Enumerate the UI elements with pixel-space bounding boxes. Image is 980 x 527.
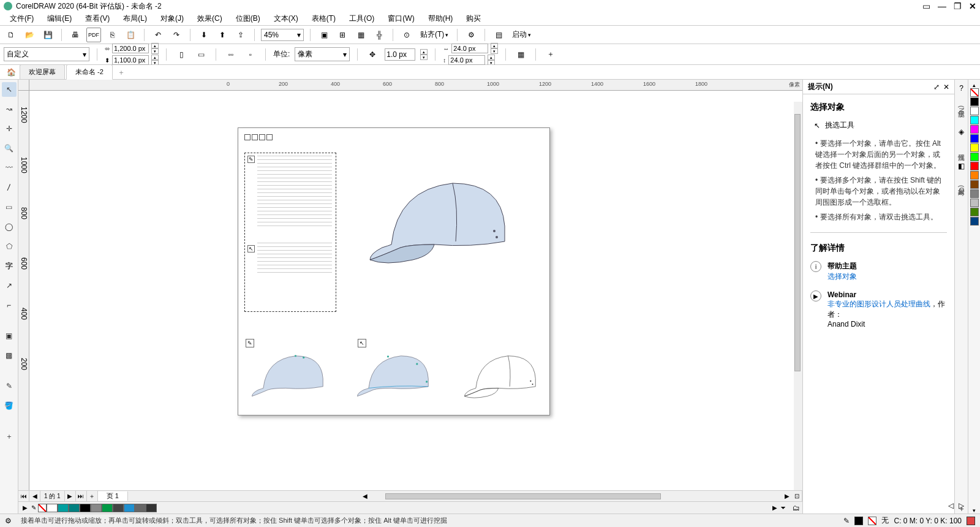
tab-welcome[interactable]: 欢迎屏幕 bbox=[20, 64, 65, 79]
tab-document[interactable]: 未命名 -2 bbox=[66, 64, 113, 80]
page-tab-1[interactable]: 页 1 bbox=[98, 491, 128, 501]
vswatch[interactable] bbox=[970, 208, 979, 216]
page-preset-select[interactable]: 自定义▾ bbox=[4, 47, 89, 61]
color-swatch[interactable] bbox=[146, 504, 157, 512]
copy-icon[interactable]: ⎘ bbox=[105, 28, 119, 42]
objects-docker-icon[interactable]: ◧ bbox=[957, 161, 967, 171]
connector-tool-icon[interactable]: ⌐ bbox=[2, 298, 17, 313]
redo-icon[interactable]: ↷ bbox=[169, 28, 184, 42]
save-icon[interactable]: 💾 bbox=[40, 28, 55, 42]
vswatch[interactable] bbox=[970, 189, 979, 198]
horizontal-ruler[interactable]: 0 200 400 600 800 1000 1200 1400 1600 18… bbox=[18, 80, 802, 91]
page-prev[interactable]: ◀ bbox=[29, 491, 40, 502]
paste-icon[interactable]: 📋 bbox=[123, 28, 138, 42]
width-down[interactable]: ▾ bbox=[151, 48, 159, 54]
color-swatch[interactable] bbox=[47, 504, 58, 512]
close-panel-icon[interactable]: ✕ bbox=[943, 83, 949, 91]
nudge-icon[interactable]: ✥ bbox=[365, 47, 380, 62]
scrollbar-horizontal[interactable]: ◀ ▶ bbox=[361, 492, 791, 501]
artistic-media-icon[interactable]: 〳 bbox=[2, 180, 17, 195]
menu-layout[interactable]: 布局(L) bbox=[117, 12, 153, 25]
page-next[interactable]: ▶ bbox=[65, 491, 76, 502]
duplicate-y-input[interactable] bbox=[448, 55, 485, 65]
canvas-viewport[interactable]: ✎ ↖ ✎ ↖ bbox=[29, 91, 802, 490]
eyedropper-palette-icon[interactable]: ✎ bbox=[29, 504, 38, 511]
options-icon[interactable]: ⚙ bbox=[464, 28, 478, 42]
launch-icon[interactable]: ▤ bbox=[491, 28, 506, 42]
scroll-thumb-h[interactable] bbox=[385, 493, 661, 499]
menu-table[interactable]: 表格(T) bbox=[306, 12, 342, 25]
menu-object[interactable]: 对象(J) bbox=[154, 12, 190, 25]
zoom-tool-icon[interactable]: 🔍 bbox=[2, 141, 17, 156]
status-gear-icon[interactable]: ⚙ bbox=[5, 517, 15, 525]
eyedropper-icon[interactable]: ✎ bbox=[2, 379, 17, 393]
zoom-fit-icon[interactable]: ⊡ bbox=[791, 491, 802, 502]
page-sorter-icon[interactable]: 🗂 bbox=[793, 504, 800, 512]
status-end-swatch[interactable] bbox=[967, 517, 975, 525]
docker-tab-hints[interactable]: 提示(N) bbox=[957, 103, 966, 117]
vswatch[interactable] bbox=[970, 153, 979, 161]
current-page-icon[interactable]: ▫ bbox=[243, 47, 258, 62]
no-color-swatch[interactable] bbox=[38, 504, 47, 512]
outline-color-swatch[interactable] bbox=[854, 517, 863, 525]
menu-effects[interactable]: 效果(C) bbox=[191, 12, 228, 25]
outline-pen-icon[interactable]: ✎ bbox=[843, 517, 850, 525]
page-last[interactable]: ⏭ bbox=[76, 491, 87, 502]
polygon-tool-icon[interactable]: ⬠ bbox=[2, 239, 17, 254]
undo-icon[interactable]: ↶ bbox=[151, 28, 165, 42]
show-guides-icon[interactable]: ╬ bbox=[372, 28, 386, 42]
menu-buy[interactable]: 购买 bbox=[460, 12, 487, 25]
properties-docker-icon[interactable]: ◈ bbox=[957, 127, 967, 137]
width-up[interactable]: ▴ bbox=[151, 43, 159, 48]
vswatch[interactable] bbox=[970, 125, 979, 134]
maximize-button[interactable]: ❐ bbox=[954, 1, 962, 11]
vswatch[interactable] bbox=[970, 134, 979, 143]
publish-icon[interactable]: ⇪ bbox=[233, 28, 248, 42]
vswatch[interactable] bbox=[970, 116, 979, 124]
palette-left-icon[interactable]: ▶ bbox=[21, 504, 29, 511]
fill-none-icon[interactable] bbox=[868, 517, 876, 525]
palette-up-icon[interactable]: ▴ bbox=[973, 82, 976, 88]
parallel-dimension-icon[interactable]: ↗ bbox=[2, 278, 17, 293]
palette-down-icon[interactable]: ▾ bbox=[973, 507, 976, 514]
vertical-ruler[interactable]: 1200 1000 800 600 400 200 bbox=[18, 91, 29, 490]
show-rulers-icon[interactable]: ⊞ bbox=[335, 28, 350, 42]
menu-window[interactable]: 窗口(W) bbox=[382, 12, 420, 25]
show-grid-icon[interactable]: ▦ bbox=[353, 28, 368, 42]
transparency-icon[interactable]: ▩ bbox=[2, 348, 17, 363]
scroll-thumb-v[interactable] bbox=[794, 114, 801, 371]
add-tab-button[interactable]: ＋ bbox=[114, 66, 129, 79]
vswatch[interactable] bbox=[970, 162, 979, 170]
vswatch[interactable] bbox=[970, 180, 979, 189]
menu-file[interactable]: 文件(F) bbox=[4, 12, 40, 25]
color-swatch[interactable] bbox=[124, 504, 135, 512]
menu-edit[interactable]: 编辑(E) bbox=[41, 12, 78, 25]
vswatch[interactable] bbox=[970, 97, 979, 106]
docker-tab-objects[interactable]: 对象 (O) bbox=[957, 181, 966, 197]
snap-dropdown[interactable]: 贴齐(T)▾ bbox=[418, 29, 451, 40]
color-swatch[interactable] bbox=[80, 504, 91, 512]
duplicate-x-input[interactable] bbox=[451, 44, 488, 53]
vswatch[interactable] bbox=[970, 171, 979, 180]
vswatch[interactable] bbox=[970, 217, 979, 226]
add-preset-icon[interactable]: ＋ bbox=[543, 47, 558, 62]
vswatch[interactable] bbox=[970, 199, 979, 207]
nudge-input[interactable] bbox=[385, 48, 415, 61]
add-page[interactable]: ＋ bbox=[87, 491, 98, 502]
palette-menu-icon[interactable]: ⏷ bbox=[779, 504, 788, 511]
webinar-link[interactable]: 非专业的图形设计人员处理曲线 bbox=[827, 300, 930, 308]
fullscreen-icon[interactable]: ▣ bbox=[317, 28, 331, 42]
height-up[interactable]: ▴ bbox=[151, 55, 159, 60]
menu-view[interactable]: 查看(V) bbox=[79, 12, 116, 25]
hint-prev-icon[interactable]: ◁ bbox=[948, 501, 954, 510]
rectangle-tool-icon[interactable]: ▭ bbox=[2, 200, 17, 214]
text-tool-icon[interactable]: 字 bbox=[2, 259, 17, 273]
no-color-vswatch[interactable] bbox=[970, 88, 979, 97]
print-icon[interactable]: 🖶 bbox=[68, 28, 83, 42]
undock-icon[interactable]: ⤢ bbox=[933, 83, 940, 91]
open-icon[interactable]: 📂 bbox=[22, 28, 37, 42]
scrollbar-vertical[interactable] bbox=[794, 102, 802, 490]
page-height-input[interactable] bbox=[112, 55, 149, 65]
crop-tool-icon[interactable]: ✛ bbox=[2, 121, 17, 136]
new-doc-icon[interactable]: 🗋 bbox=[4, 28, 18, 42]
